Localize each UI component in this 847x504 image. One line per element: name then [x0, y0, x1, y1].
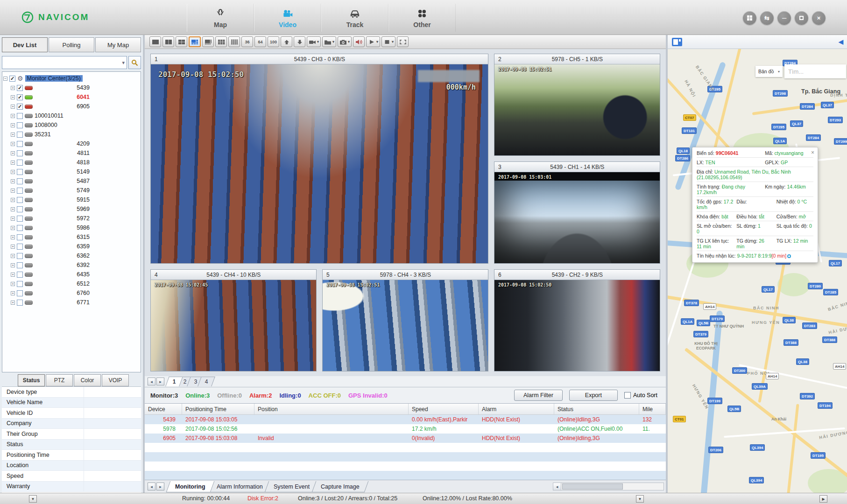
expand-icon[interactable]: +	[11, 207, 15, 211]
expand-icon[interactable]: +	[11, 245, 15, 249]
toolbar-grid-100[interactable]: 100	[268, 36, 279, 47]
tree-item[interactable]: +4811	[3, 148, 140, 158]
tree-item[interactable]: +5969	[3, 204, 140, 214]
device-checkbox[interactable]	[17, 141, 23, 147]
tree-item[interactable]: +6362	[3, 251, 140, 260]
tree-item[interactable]: +✓5439	[3, 83, 140, 92]
toolbar-folder[interactable]: ▾	[322, 36, 336, 47]
device-search-input[interactable]: ▾	[2, 56, 127, 69]
nav-track[interactable]: Track	[321, 4, 388, 32]
expand-icon[interactable]: +	[11, 198, 15, 202]
expand-icon[interactable]: +	[11, 123, 15, 127]
device-checkbox[interactable]	[17, 281, 23, 287]
tab-monitoring[interactable]: Monitoring	[166, 481, 214, 492]
toolbar-audio[interactable]	[353, 36, 365, 47]
expand-icon[interactable]: +	[11, 95, 15, 99]
tree-item[interactable]: +✓6041	[3, 92, 140, 102]
expand-icon[interactable]: +	[11, 151, 15, 155]
expand-icon[interactable]: +	[11, 86, 15, 90]
tree-item[interactable]: +5149	[3, 167, 140, 176]
expand-icon[interactable]: +	[11, 170, 15, 174]
device-checkbox[interactable]: ✓	[17, 104, 23, 110]
panel-layout-icon[interactable]	[671, 37, 683, 47]
tile-video[interactable]: 2017-09-08 15:02:45	[151, 280, 316, 371]
toolbar-grid-64[interactable]: 64	[254, 36, 266, 47]
tab-capture-image[interactable]: Capture Image	[312, 481, 368, 492]
tile-video[interactable]: 2017-09-08 15:03:01	[494, 172, 660, 263]
page-next-button[interactable]: ▸	[156, 378, 164, 385]
device-checkbox[interactable]	[17, 150, 23, 156]
tab-dev-list[interactable]: Dev List	[2, 37, 48, 52]
switch-user-button[interactable]: ⇆	[760, 11, 774, 25]
expand-icon[interactable]: +	[11, 291, 15, 295]
device-checkbox[interactable]	[17, 132, 23, 138]
tree-item[interactable]: +35231	[3, 130, 140, 139]
tabs-prev-button[interactable]: ◂	[148, 483, 155, 490]
tab-my-map[interactable]: My Map	[95, 37, 141, 52]
page-prev-button[interactable]: ◂	[148, 378, 155, 385]
tree-item[interactable]: +6435	[3, 270, 140, 279]
toolbar-page-up[interactable]	[281, 36, 292, 47]
tree-item[interactable]: +5749	[3, 186, 140, 195]
device-checkbox[interactable]	[17, 113, 23, 119]
tree-item[interactable]: +5986	[3, 223, 140, 232]
tile-video[interactable]: 2017-09-08 15:02:51	[323, 280, 488, 371]
device-checkbox[interactable]	[17, 272, 23, 278]
video-tile-6[interactable]: 65439 - CH2 - 9 KB/S2017-09-08 15:02:50	[494, 269, 660, 371]
device-checkbox[interactable]	[17, 262, 23, 268]
video-tile-1[interactable]: 15439 - CH3 - 0 KB/S2017-09-08 15:02:500…	[150, 54, 488, 264]
tab-system-event[interactable]: System Event	[265, 481, 319, 492]
tile-video[interactable]: 2017-09-08 15:02:51	[494, 64, 660, 155]
tree-item[interactable]: +6315	[3, 232, 140, 242]
toolbar-fullscreen[interactable]	[397, 36, 409, 47]
close-icon[interactable]: ×	[811, 149, 814, 156]
chevron-down-icon[interactable]: ▾	[122, 60, 125, 66]
apps-button[interactable]	[743, 11, 756, 25]
tree-item[interactable]: +4209	[3, 139, 140, 148]
expand-icon[interactable]: +	[11, 235, 15, 239]
tabs-next-button[interactable]: ▸	[156, 483, 164, 490]
device-checkbox[interactable]	[17, 290, 23, 296]
chevron-down-icon[interactable]: ▾	[376, 40, 378, 44]
scroll-left-arrow[interactable]: ◂	[553, 483, 561, 490]
table-row[interactable]: 54392017-09-08 15:03:050.00 km/h(East),P…	[145, 415, 666, 424]
collapse-panel-icon[interactable]: ◀	[839, 38, 843, 45]
device-checkbox[interactable]	[17, 206, 23, 212]
tree-item[interactable]: +✓6905	[3, 102, 140, 111]
tree-item[interactable]: +6760	[3, 288, 140, 298]
device-checkbox[interactable]	[17, 188, 23, 194]
close-button[interactable]: ×	[812, 11, 826, 25]
toolbar-snapshot[interactable]: ▾	[338, 36, 352, 47]
nav-map[interactable]: Map	[187, 4, 254, 32]
nav-other[interactable]: Other	[388, 4, 456, 32]
toolbar-layout-6[interactable]	[189, 36, 201, 47]
toolbar-grid-36[interactable]: 36	[241, 36, 253, 47]
expand-icon[interactable]: +	[11, 301, 15, 305]
map-type-selector[interactable]: Bản đồ ▾	[755, 66, 783, 77]
expand-icon[interactable]: +	[11, 133, 15, 137]
tree-item[interactable]: +6359	[3, 242, 140, 251]
column-header[interactable]: Device	[145, 404, 182, 414]
expand-icon[interactable]: +	[11, 217, 15, 221]
nav-video[interactable]: Video	[254, 4, 321, 32]
device-checkbox[interactable]: ✓	[17, 85, 23, 91]
root-checkbox[interactable]: ✓	[9, 76, 15, 82]
device-checkbox[interactable]	[17, 253, 23, 259]
map-search-input[interactable]	[784, 64, 846, 78]
export-button[interactable]: Export	[569, 390, 618, 401]
video-tile-4[interactable]: 45439 - CH4 - 10 KB/S2017-09-08 15:02:45	[150, 269, 317, 371]
toolbar-play[interactable]: ▾	[366, 36, 380, 47]
tab-voip[interactable]: VOIP	[102, 374, 129, 386]
tree-item[interactable]: +5972	[3, 214, 140, 223]
tree-item[interactable]: +1008000	[3, 120, 140, 130]
video-tile-5[interactable]: 55978 - CH4 - 3 KB/S2017-09-08 15:02:51	[322, 269, 488, 371]
alarm-filter-button[interactable]: Alarm Filter	[514, 390, 563, 401]
statusbar-dropdown-mid[interactable]: ▼	[636, 495, 644, 503]
column-header[interactable]: Speed	[409, 404, 479, 414]
video-tile-2[interactable]: 25978 - CH5 - 1 KB/S2017-09-08 15:02:51	[494, 54, 660, 156]
gear-icon[interactable]: ⚙	[17, 76, 23, 82]
device-checkbox[interactable]	[17, 178, 23, 184]
table-row[interactable]: 59782017-09-08 15:02:5617.2 km/h(Online)…	[145, 424, 666, 434]
tree-item[interactable]: +6392	[3, 260, 140, 270]
device-checkbox[interactable]	[17, 216, 23, 222]
